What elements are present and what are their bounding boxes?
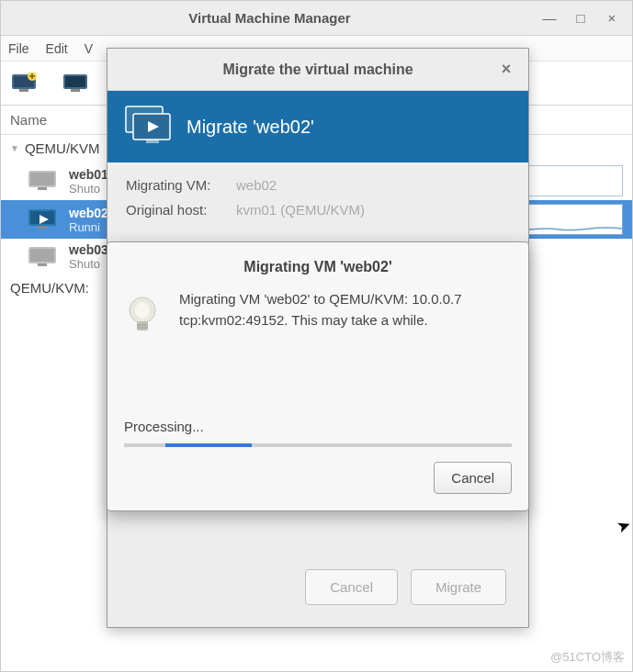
migrating-vm-label: Migrating VM: [126,177,227,193]
expander-icon[interactable]: ▼ [10,143,19,153]
original-host-value: kvm01 (QEMU/KVM) [236,202,365,218]
window-title: Virtual Machine Manager [10,10,529,26]
svg-rect-8 [30,173,54,185]
menu-view[interactable]: V [85,41,93,56]
svg-rect-15 [38,263,47,266]
svg-rect-5 [65,76,85,87]
migrating-vm-value: web02 [236,177,277,193]
progress-fill [165,443,252,447]
processing-label: Processing... [107,419,528,434]
vm-off-icon [27,245,60,269]
vm-off-icon [27,169,60,193]
cpu-sparkline [513,204,623,235]
dialog-title-bar: Migrate the virtual machine × [107,49,528,91]
cancel-button[interactable]: Cancel [305,569,398,605]
maximize-button[interactable]: □ [570,7,592,29]
progress-title: Migrating VM 'web02' [107,259,528,275]
connection-label: QEMU/KVM [25,140,100,156]
connection-label: QEMU/KVM: [10,280,89,296]
original-host-label: Original host: [126,202,227,218]
new-vm-icon[interactable] [10,73,40,95]
cursor-icon: ➤ [614,514,633,538]
close-button[interactable]: × [601,7,623,29]
vm-running-icon [27,207,60,231]
svg-rect-2 [19,89,28,92]
watermark: @51CTO博客 [550,649,625,666]
cpu-sparkline [513,165,623,196]
svg-rect-18 [146,140,159,143]
banner-title: Migrate 'web02' [187,117,314,138]
cancel-button[interactable]: Cancel [434,462,512,494]
open-console-icon[interactable] [62,73,91,95]
svg-point-20 [135,302,150,319]
progress-message: Migrating VM 'web02' to QEMU/KVM: 10.0.0… [179,288,512,406]
progress-dialog: Migrating VM 'web02' Migrating VM 'web02… [107,241,529,511]
svg-rect-6 [71,89,80,92]
migrate-button[interactable]: Migrate [411,569,506,605]
svg-rect-14 [30,249,54,262]
window-titlebar: Virtual Machine Manager — □ × [1,1,632,36]
svg-rect-21 [137,321,148,330]
close-icon[interactable]: × [495,58,517,80]
progress-bar [124,443,512,447]
vm-banner-icon [122,105,174,149]
menu-edit[interactable]: Edit [46,41,68,56]
menu-file[interactable]: File [8,41,29,56]
svg-rect-9 [38,187,47,190]
lightbulb-icon [124,288,164,406]
dialog-banner: Migrate 'web02' [107,91,528,162]
svg-rect-12 [38,226,47,229]
dialog-title: Migrate the virtual machine [222,62,413,78]
minimize-button[interactable]: — [538,7,560,29]
